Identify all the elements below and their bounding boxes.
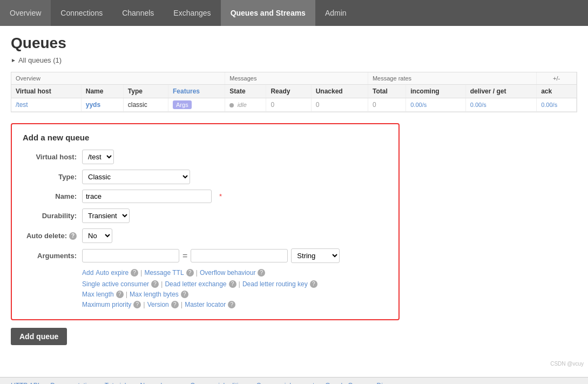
nav-connections[interactable]: Connections xyxy=(51,0,112,26)
type-select[interactable]: Classic Quorum Stream xyxy=(82,170,190,184)
auto-delete-label-text: Auto delete: xyxy=(26,232,67,240)
section-message-rates: Message rates xyxy=(368,72,536,85)
maximum-priority-help-icon[interactable]: ? xyxy=(133,301,141,308)
page-title: Queues xyxy=(11,35,577,52)
auto-delete-select[interactable]: No Yes xyxy=(82,228,112,243)
version-link[interactable]: Version xyxy=(147,301,169,308)
auto-delete-row: Auto delete: ? No Yes xyxy=(23,228,388,243)
cell-ready: 0 xyxy=(266,98,311,112)
dead-letter-routing-key-help-icon[interactable]: ? xyxy=(310,280,317,288)
nav-exchanges[interactable]: Exchanges xyxy=(164,0,220,26)
nav-admin[interactable]: Admin xyxy=(315,0,356,26)
all-queues-toggle[interactable]: ► All queues (1) xyxy=(11,56,577,64)
type-label: Type: xyxy=(23,173,77,181)
add-queue-button-row: Add queue xyxy=(11,328,577,345)
master-locator-help-icon[interactable]: ? xyxy=(228,301,235,308)
nav-channels[interactable]: Channels xyxy=(112,0,164,26)
auto-delete-label: Auto delete: ? xyxy=(23,232,77,240)
footer-new-releases[interactable]: New releases xyxy=(140,382,179,384)
arguments-label: Arguments: xyxy=(23,252,77,260)
virtual-host-select[interactable]: /test / xyxy=(82,150,114,164)
cell-total: 0 xyxy=(368,98,405,112)
cell-virtual-host[interactable]: /test xyxy=(11,98,81,112)
dead-letter-routing-key-link[interactable]: Dead letter routing key xyxy=(242,280,308,288)
cell-unacked: 0 xyxy=(311,98,368,112)
durability-label: Durability: xyxy=(23,212,77,220)
name-input[interactable] xyxy=(82,190,212,203)
add-queue-button[interactable]: Add queue xyxy=(11,328,67,345)
max-length-bytes-help-icon[interactable]: ? xyxy=(181,291,188,298)
args-badge[interactable]: Args xyxy=(173,100,192,109)
auto-expire-help-icon[interactable]: ? xyxy=(131,269,138,277)
dead-letter-exchange-help-icon[interactable]: ? xyxy=(229,280,236,288)
cell-features: Args xyxy=(168,98,225,112)
args-eq-symbol: = xyxy=(183,251,187,261)
max-length-help-icon[interactable]: ? xyxy=(116,291,124,298)
footer-commercial-edition[interactable]: Commercial edition xyxy=(190,382,246,384)
section-plus-minus[interactable]: +/- xyxy=(537,72,577,85)
overflow-behaviour-help-icon[interactable]: ? xyxy=(258,269,265,277)
message-ttl-help-icon[interactable]: ? xyxy=(186,269,194,277)
single-active-consumer-link[interactable]: Single active consumer xyxy=(82,280,149,288)
args-type-select[interactable]: String Number Boolean xyxy=(291,248,340,263)
add-shortcut-link[interactable]: Add xyxy=(82,269,93,277)
maximum-priority-link[interactable]: Maximum priority xyxy=(82,301,131,308)
col-incoming: incoming xyxy=(406,85,465,98)
cell-incoming: 0.00/s xyxy=(406,98,465,112)
nav-overview[interactable]: Overview xyxy=(0,0,51,26)
section-overview: Overview xyxy=(11,72,225,85)
footer-commercial-support[interactable]: Commercial support xyxy=(256,382,314,384)
max-length-link[interactable]: Max length xyxy=(82,291,114,298)
col-ack: ack xyxy=(537,85,577,98)
cell-state: idle xyxy=(225,98,266,112)
extra-links-row1: Single active consumer ? | Dead letter e… xyxy=(82,280,388,288)
shortcuts-row: Add Auto expire ? | Message TTL ? | Over… xyxy=(23,268,388,277)
overflow-behaviour-link[interactable]: Overflow behaviour xyxy=(200,269,255,277)
footer-documentation[interactable]: Documentation xyxy=(50,382,94,384)
args-value-input[interactable] xyxy=(191,249,288,262)
cell-type: classic xyxy=(123,98,168,112)
add-queue-title: Add a new queue xyxy=(23,133,388,142)
col-type: Type xyxy=(123,85,168,98)
sep4: | xyxy=(239,280,240,288)
name-required-icon: * xyxy=(219,192,222,200)
state-label: idle xyxy=(238,102,247,108)
extra-links-row2: Max length ? | Max length bytes ? xyxy=(82,290,388,298)
col-features: Features xyxy=(168,85,225,98)
state-dot-icon xyxy=(229,103,234,107)
queue-table: Overview Messages Message rates +/- Virt… xyxy=(11,72,577,112)
footer-http-api[interactable]: HTTP API xyxy=(11,382,39,384)
master-locator-link[interactable]: Master locator xyxy=(185,301,226,308)
sep2: | xyxy=(196,268,198,277)
table-row: /test yyds classic Args idle 0 0 0 0.00/… xyxy=(11,98,577,112)
footer-google-group[interactable]: Google Group xyxy=(325,382,366,384)
extra-links: Single active consumer ? | Dead letter e… xyxy=(23,280,388,308)
durability-select[interactable]: Transient Durable xyxy=(82,208,130,223)
nav-queues-and-streams[interactable]: Queues and Streams xyxy=(221,0,315,26)
arguments-row: Arguments: = String Number Boolean xyxy=(23,248,388,263)
sep1: | xyxy=(140,268,142,277)
message-ttl-link[interactable]: Message TTL xyxy=(144,269,184,277)
col-virtual-host: Virtual host xyxy=(11,85,81,98)
type-row: Type: Classic Quorum Stream xyxy=(23,170,388,184)
args-key-input[interactable] xyxy=(82,249,179,262)
auto-expire-link[interactable]: Auto expire xyxy=(96,269,129,277)
add-queue-form: Add a new queue Virtual host: /test / Ty… xyxy=(11,123,400,320)
expand-arrow-icon: ► xyxy=(11,57,16,63)
auto-delete-help-icon[interactable]: ? xyxy=(69,232,77,240)
max-length-bytes-link[interactable]: Max length bytes xyxy=(130,291,179,298)
footer-tutorials[interactable]: Tutorials xyxy=(105,382,130,384)
cell-name[interactable]: yyds xyxy=(81,98,123,112)
dead-letter-exchange-link[interactable]: Dead letter exchange xyxy=(165,280,226,288)
cell-deliver-get: 0.00/s xyxy=(465,98,536,112)
top-nav: Overview Connections Channels Exchanges … xyxy=(0,0,588,26)
sep5: | xyxy=(126,290,127,298)
footer-di[interactable]: Di... xyxy=(377,382,388,384)
sep7: | xyxy=(181,300,183,308)
virtual-host-label: Virtual host: xyxy=(23,153,77,161)
virtual-host-row: Virtual host: /test / xyxy=(23,150,388,164)
watermark: CSDN @vcuy xyxy=(550,361,584,367)
single-active-consumer-help-icon[interactable]: ? xyxy=(151,280,159,288)
version-help-icon[interactable]: ? xyxy=(171,301,179,308)
queue-table-wrap: Overview Messages Message rates +/- Virt… xyxy=(11,72,577,112)
